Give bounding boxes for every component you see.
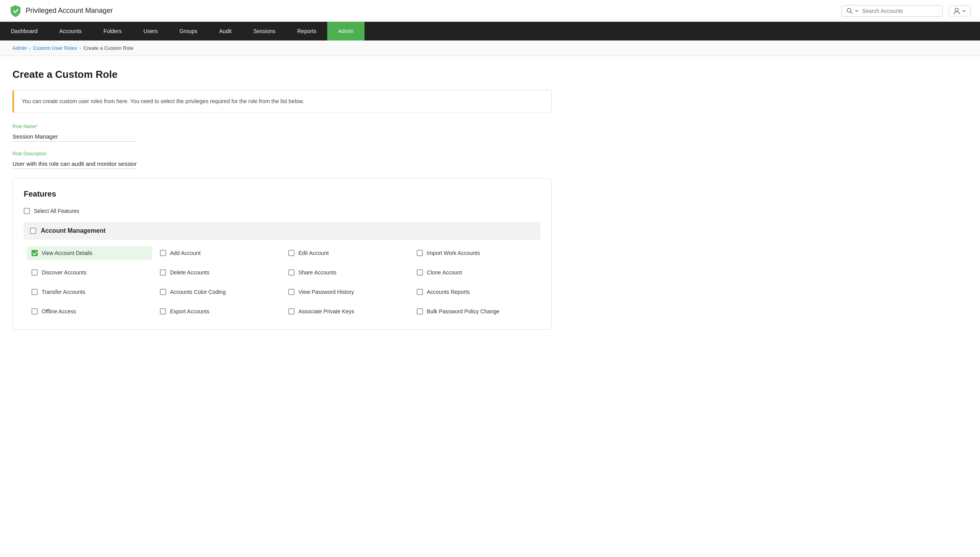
role-description-label: Role Description <box>12 151 137 156</box>
feature-add-account-label: Add Account <box>170 250 201 256</box>
feature-clone-account-label: Clone Account <box>427 269 462 276</box>
category-account-management: Account Management <box>24 222 540 240</box>
role-description-input[interactable] <box>12 159 137 169</box>
feature-discover-accounts-label: Discover Accounts <box>42 269 86 276</box>
nav-item-reports[interactable]: Reports <box>286 22 327 40</box>
info-banner: You can create custom user roles from he… <box>12 90 552 113</box>
feature-share-accounts-checkbox[interactable] <box>288 269 295 276</box>
nav-item-sessions[interactable]: Sessions <box>242 22 286 40</box>
chevron-down-icon <box>962 9 966 13</box>
feature-accounts-reports[interactable]: Accounts Reports <box>412 285 537 299</box>
feature-add-account-checkbox[interactable] <box>160 250 166 256</box>
svg-point-2 <box>955 8 958 11</box>
svg-line-1 <box>851 12 852 13</box>
nav-item-accounts[interactable]: Accounts <box>49 22 93 40</box>
feature-view-password-history[interactable]: View Password History <box>284 285 409 299</box>
info-banner-text: You can create custom user roles from he… <box>22 98 304 104</box>
feature-associate-private-keys-checkbox[interactable] <box>288 308 295 315</box>
category-account-management-checkbox[interactable] <box>30 228 36 234</box>
feature-transfer-accounts-label: Transfer Accounts <box>42 289 85 295</box>
feature-edit-account-label: Edit Account <box>298 250 329 256</box>
feature-import-work-accounts-checkbox[interactable] <box>417 250 423 256</box>
page-content: Create a Custom Role You can create cust… <box>0 56 564 342</box>
select-all-label[interactable]: Select All Features <box>34 208 79 214</box>
page-title: Create a Custom Role <box>12 69 552 81</box>
feature-accounts-reports-checkbox[interactable] <box>417 289 423 295</box>
search-icon-button[interactable] <box>847 8 859 14</box>
feature-transfer-accounts[interactable]: Transfer Accounts <box>27 285 152 299</box>
feature-delete-accounts-checkbox[interactable] <box>160 269 166 276</box>
feature-export-accounts[interactable]: Export Accounts <box>155 304 281 318</box>
search-area[interactable] <box>842 5 943 17</box>
nav-item-folders[interactable]: Folders <box>93 22 133 40</box>
role-name-label: Role Name* <box>12 124 137 129</box>
select-all-checkbox[interactable] <box>24 208 30 214</box>
feature-discover-accounts-checkbox[interactable] <box>32 269 38 276</box>
nav-bar: Dashboard Accounts Folders Users Groups … <box>0 22 980 40</box>
select-all-row: Select All Features <box>24 208 540 214</box>
nav-item-users[interactable]: Users <box>133 22 169 40</box>
feature-import-work-accounts[interactable]: Import Work Accounts <box>412 246 537 260</box>
feature-transfer-accounts-checkbox[interactable] <box>32 289 38 295</box>
feature-accounts-color-coding-label: Accounts Color Coding <box>170 289 226 295</box>
feature-edit-account-checkbox[interactable] <box>288 250 295 256</box>
feature-accounts-color-coding[interactable]: Accounts Color Coding <box>155 285 281 299</box>
feature-share-accounts[interactable]: Share Accounts <box>284 265 409 279</box>
feature-offline-access-label: Offline Access <box>42 308 76 315</box>
breadcrumb-sep-2: › <box>79 45 81 51</box>
feature-view-account-details-label: View Account Details <box>42 250 92 256</box>
feature-clone-account[interactable]: Clone Account <box>412 265 537 279</box>
role-name-input[interactable] <box>12 132 137 142</box>
feature-offline-access[interactable]: Offline Access <box>27 304 152 318</box>
chevron-down-icon <box>854 9 859 13</box>
nav-item-admin[interactable]: Admin <box>327 22 365 40</box>
nav-item-groups[interactable]: Groups <box>168 22 208 40</box>
feature-associate-private-keys[interactable]: Associate Private Keys <box>284 304 409 318</box>
feature-grid: View Account Details Add Account Edit Ac… <box>24 246 540 318</box>
feature-associate-private-keys-label: Associate Private Keys <box>298 308 354 315</box>
feature-accounts-reports-label: Accounts Reports <box>427 289 470 295</box>
feature-bulk-password-policy-change-label: Bulk Password Policy Change <box>427 308 500 315</box>
role-name-field: Role Name* <box>12 124 137 142</box>
header-right <box>842 5 971 17</box>
role-description-field: Role Description <box>12 151 137 169</box>
breadcrumb-custom-user-roles[interactable]: Custom User Roles <box>33 45 77 51</box>
nav-item-dashboard[interactable]: Dashboard <box>0 22 49 40</box>
feature-view-account-details[interactable]: View Account Details <box>27 246 152 260</box>
breadcrumb-sep-1: › <box>29 45 31 51</box>
breadcrumb-admin[interactable]: Admin <box>12 45 27 51</box>
feature-export-accounts-checkbox[interactable] <box>160 308 166 315</box>
feature-accounts-color-coding-checkbox[interactable] <box>160 289 166 295</box>
feature-edit-account[interactable]: Edit Account <box>284 246 409 260</box>
feature-add-account[interactable]: Add Account <box>155 246 281 260</box>
user-icon <box>953 7 960 14</box>
feature-offline-access-checkbox[interactable] <box>32 308 38 315</box>
feature-bulk-password-policy-change[interactable]: Bulk Password Policy Change <box>412 304 537 318</box>
breadcrumb: Admin › Custom User Roles › Create a Cus… <box>0 40 980 56</box>
search-input[interactable] <box>862 8 938 14</box>
feature-share-accounts-label: Share Accounts <box>298 269 337 276</box>
user-menu-button[interactable] <box>949 5 971 16</box>
feature-delete-accounts[interactable]: Delete Accounts <box>155 265 281 279</box>
feature-view-password-history-checkbox[interactable] <box>288 289 295 295</box>
feature-export-accounts-label: Export Accounts <box>170 308 209 315</box>
feature-discover-accounts[interactable]: Discover Accounts <box>27 265 152 279</box>
features-title: Features <box>24 190 540 199</box>
feature-clone-account-checkbox[interactable] <box>417 269 423 276</box>
logo-icon <box>9 5 22 17</box>
features-section: Features Select All Features Account Man… <box>12 178 552 330</box>
breadcrumb-current: Create a Custom Role <box>83 45 133 51</box>
app-title: Privileged Account Manager <box>26 7 113 15</box>
feature-view-password-history-label: View Password History <box>298 289 354 295</box>
logo-area: Privileged Account Manager <box>9 5 113 17</box>
search-icon <box>847 8 853 14</box>
category-account-management-label[interactable]: Account Management <box>41 227 105 234</box>
nav-item-audit[interactable]: Audit <box>208 22 242 40</box>
feature-import-work-accounts-label: Import Work Accounts <box>427 250 480 256</box>
feature-bulk-password-policy-change-checkbox[interactable] <box>417 308 423 315</box>
feature-view-account-details-checkbox[interactable] <box>32 250 38 256</box>
header: Privileged Account Manager <box>0 0 980 22</box>
feature-delete-accounts-label: Delete Accounts <box>170 269 209 276</box>
